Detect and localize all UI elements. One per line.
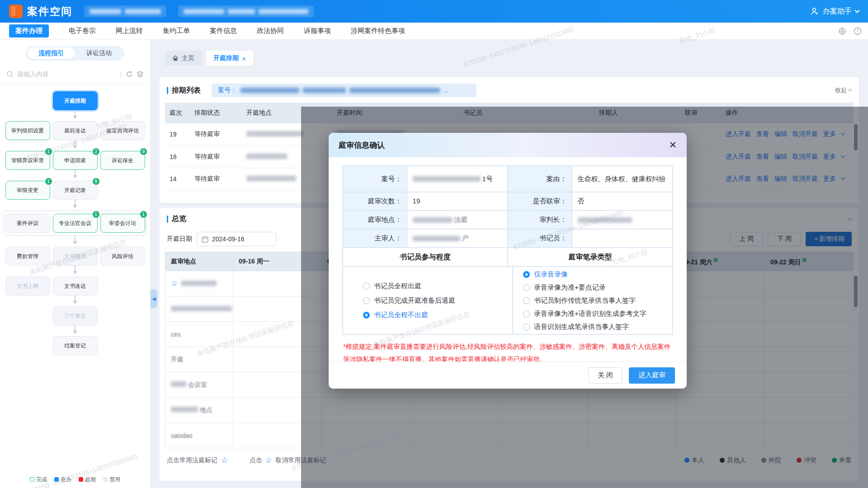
favorite-star-icon[interactable]: ☆ — [221, 455, 228, 465]
sidebar-search-row: | — [0, 64, 150, 84]
record-type-options: 仅录音录像 录音录像为准+要点记录 书记员制作传统笔录供当事人签字 录音录像为准… — [513, 267, 673, 334]
flow-node-doc-approval[interactable]: 文书报批 — [53, 247, 98, 266]
chevron-up-icon — [848, 89, 853, 94]
hearing-count-value: 19 — [407, 192, 508, 211]
flow-arrow — [73, 200, 77, 211]
flow-node-case-closing[interactable]: 结案登记 — [53, 336, 98, 355]
legend-overdue-swatch — [79, 477, 83, 482]
flow-node-committee-discussion[interactable]: 审委会讨论1 — [100, 214, 145, 233]
cause-value: 生命权、身体权、健康权纠纷 — [572, 166, 673, 192]
participation-options: 书记员全程出庭 书记员完成开庭准备后退庭 书记员全程不出庭 — [343, 267, 513, 334]
date-picker[interactable]: 2024-09-16 — [197, 232, 276, 246]
nav-item-case-handling[interactable]: 案件办理 — [9, 24, 49, 38]
help-icon[interactable]: ? — [854, 27, 862, 35]
assistant-menu[interactable]: 办案助手 — [810, 7, 859, 16]
header-case-chip-1 — [84, 5, 166, 17]
nav-item-efiles[interactable]: 电子卷宗 — [69, 27, 96, 35]
radio-icon — [523, 310, 530, 317]
record-type-section-title: 庭审笔录类型 — [508, 248, 673, 267]
redacted-text — [171, 306, 232, 311]
layers-icon[interactable] — [137, 70, 144, 78]
flow-node-case-review[interactable]: 案件评议 — [5, 214, 50, 233]
flow-node-three-rules[interactable]: 三个规定 — [53, 306, 98, 325]
redacted-text — [181, 281, 217, 286]
count-badge: 1 — [45, 178, 52, 185]
flow-node-jurisdiction-objection[interactable]: 管辖异议审查1 — [5, 151, 50, 170]
schedule-section-title: 排期列表 — [172, 86, 201, 95]
flow-node-preservation[interactable]: 诉讼保全9 — [100, 151, 145, 170]
tab-process-guide[interactable]: 流程指引 — [27, 47, 75, 59]
gear-icon[interactable] — [838, 27, 846, 35]
legend-overdue: 超期 — [79, 476, 96, 483]
trial-info-dialog: 庭审信息确认 ✕ 案号： 1号 案由： 生命权、身体权、健康权纠纷 庭审次数： … — [329, 133, 687, 389]
redacted-text — [259, 9, 308, 14]
flow-node-risk-assessment[interactable]: 风险评估 — [100, 247, 145, 266]
tab-litigation-activity[interactable]: 诉讼活动 — [75, 47, 123, 59]
flow-node-recusal[interactable]: 申请回避2 — [53, 151, 98, 170]
close-dialog-icon[interactable]: ✕ — [669, 140, 677, 150]
redacted-text — [303, 88, 346, 93]
flow-arrow — [73, 140, 77, 151]
radio-clerk-leave-after-prep[interactable]: 书记员完成开庭准备后退庭 — [363, 296, 512, 305]
flow-node-appraisal[interactable]: 鉴定咨询评估 — [100, 121, 145, 140]
radio-clerk-full-attend[interactable]: 书记员全程出庭 — [363, 282, 512, 291]
count-badge: 9 — [140, 148, 147, 155]
sidebar-collapse-handle[interactable]: ◀ — [151, 289, 157, 308]
enter-trial-button[interactable]: 进入庭审 — [629, 367, 675, 384]
main-nav: 案件办理 电子卷宗 网上流转 集约工单 案件信息 政法协同 诉服事项 涉网案件特… — [0, 23, 868, 40]
radio-traditional-transcript[interactable]: 书记员制作传统笔录供当事人签字 — [523, 296, 672, 305]
favorite-star-icon[interactable]: ☆ — [265, 455, 272, 465]
flow-node-doc-publish[interactable]: 文书上网 — [5, 277, 50, 296]
flow-node-judges-meeting[interactable]: 专业法官会议1 — [53, 214, 98, 233]
radio-speech-generated-transcript[interactable]: 语音识别生成笔录供当事人签字 — [523, 323, 672, 331]
refresh-icon[interactable] — [126, 70, 133, 78]
radio-av-plus-keypoints[interactable]: 录音录像为准+要点记录 — [523, 283, 672, 292]
legend-done-swatch — [30, 477, 34, 482]
flow-node-doc-delivery[interactable]: 文书送达 — [53, 277, 98, 296]
nav-item-work-orders[interactable]: 集约工单 — [163, 27, 190, 35]
redacted-text — [241, 88, 299, 93]
tab-court-scheduling[interactable]: 开庭排期 × — [206, 51, 253, 66]
collapse-section-button[interactable]: 收起 — [835, 86, 852, 94]
nav-item-service-matters[interactable]: 诉服事项 — [304, 27, 331, 35]
room-label: saisdas — [171, 432, 192, 439]
dialog-footer: 关 闭 进入庭审 — [329, 361, 687, 389]
close-button[interactable]: 关 闭 — [588, 367, 623, 384]
search-input[interactable] — [17, 70, 117, 78]
divider: | — [120, 70, 122, 78]
count-badge: 2 — [92, 148, 100, 155]
flow-node-court-scheduling[interactable]: 开庭排期 — [53, 91, 98, 110]
title-accent — [167, 87, 168, 94]
flow-node-pretrial-delivery[interactable]: 庭前送达 — [53, 121, 98, 140]
dialog-header: 庭审信息确认 ✕ — [329, 133, 687, 157]
radio-clerk-absent[interactable]: 书记员全程不出庭 — [363, 311, 512, 319]
app-header: 案件空间 办案助手 — [0, 0, 868, 23]
favorite-star-icon[interactable]: ☆ — [171, 279, 178, 288]
radio-av-plus-speech-reference[interactable]: 录音录像为准+语音识别生成参考文字 — [523, 310, 672, 318]
joint-trial-value: 否 — [572, 192, 673, 211]
presiding-judge-value — [572, 211, 673, 229]
flow-node-time-limit-change[interactable]: 审限变更1 — [5, 181, 50, 200]
radio-av-only[interactable]: 仅录音录像 — [523, 270, 672, 279]
dialog-title: 庭审信息确认 — [339, 140, 385, 150]
close-tab-icon[interactable]: × — [242, 55, 246, 62]
flow-node-hearing-record[interactable]: 开庭记录9 — [53, 181, 98, 200]
nav-item-legal-coop[interactable]: 政法协同 — [257, 27, 284, 35]
flow-arrow — [73, 236, 77, 247]
room-label: 开庭 — [171, 356, 184, 363]
tab-home[interactable]: 主页 — [165, 51, 202, 66]
search-icon — [6, 70, 14, 78]
flow-node-trial-org[interactable]: 审判组织设置 — [5, 121, 50, 140]
nav-item-internet-cases[interactable]: 涉网案件特色事项 — [351, 27, 405, 35]
redacted-text — [413, 217, 453, 223]
date-value: 2024-09-16 — [212, 235, 245, 243]
app-title: 案件空间 — [27, 5, 72, 19]
nav-item-case-info[interactable]: 案件信息 — [210, 27, 237, 35]
flow-node-fee-management[interactable]: 费款管理 — [5, 247, 50, 266]
count-badge: 9 — [92, 178, 100, 185]
radio-icon — [523, 284, 530, 291]
legend-disabled-swatch — [103, 477, 108, 482]
nav-item-online-transfer[interactable]: 网上流转 — [116, 27, 143, 35]
radio-icon — [363, 283, 370, 290]
case-number-pill: 案号： ... — [212, 84, 476, 97]
